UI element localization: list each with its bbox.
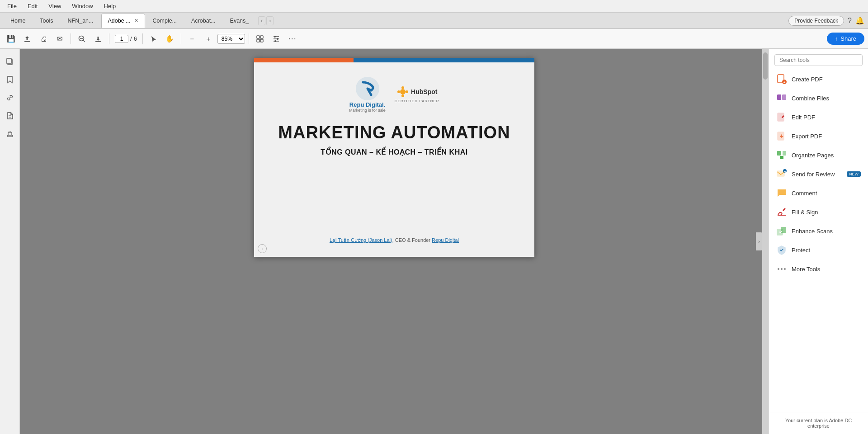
repu-icon (355, 76, 380, 101)
hubspot-logo: HubSpot CERTIFIED PARTNER (395, 85, 439, 103)
tab-next[interactable]: › (266, 16, 274, 25)
tool-edit-pdf[interactable]: Edit PDF (769, 108, 868, 127)
menu-edit[interactable]: Edit (26, 2, 39, 10)
search-tools-input[interactable] (774, 54, 863, 66)
svg-rect-7 (257, 39, 259, 42)
tool-create-pdf[interactable]: + Create PDF (769, 70, 868, 89)
menu-view[interactable]: View (47, 2, 63, 10)
sep-3 (142, 33, 143, 44)
notifications-button[interactable]: 🔔 (855, 16, 864, 25)
repu-logo: Repu Digital. Marketing is for sale (349, 76, 386, 113)
pdf-title: MARKETING AUTOMATION (278, 123, 510, 142)
svg-rect-34 (783, 151, 786, 156)
tool-export-pdf[interactable]: Export PDF (769, 127, 868, 146)
sep-5 (249, 33, 249, 44)
sep-4 (181, 33, 181, 44)
tool-fill-sign-label: Fill & Sign (792, 209, 818, 216)
pdf-page: Repu Digital. Marketing is for sale (254, 58, 534, 257)
page-navigation: / 6 (115, 35, 137, 43)
tool-send-review-label: Send for Review (792, 171, 835, 178)
cursor-tool[interactable] (146, 32, 161, 46)
more-button[interactable]: ··· (285, 32, 300, 46)
sidebar-copy-icon[interactable] (3, 54, 17, 69)
collapse-right-button[interactable]: › (756, 232, 762, 250)
hubspot-certified: CERTIFIED PARTNER (395, 99, 439, 103)
tab-complete[interactable]: Comple... (146, 14, 184, 28)
page-separator: / (130, 35, 132, 42)
svg-text:+: + (783, 80, 786, 85)
tool-send-review[interactable]: N Send for Review NEW (769, 165, 868, 184)
tool-fill-sign[interactable]: Fill & Sign (769, 203, 868, 222)
tab-prev[interactable]: ‹ (258, 16, 265, 25)
zoom-out-button[interactable] (75, 32, 89, 46)
svg-rect-29 (777, 94, 781, 100)
tool-comment[interactable]: Comment (769, 184, 868, 203)
sidebar-bookmark-icon[interactable] (3, 72, 17, 87)
tool-enhance-scans[interactable]: Enhance Scans (769, 222, 868, 241)
svg-point-44 (784, 268, 786, 270)
adjust-button[interactable] (269, 32, 283, 46)
svg-point-24 (397, 90, 400, 93)
fit-page-button[interactable] (253, 32, 267, 46)
tool-combine-files-label: Combine Files (792, 95, 829, 102)
sep-1 (71, 33, 71, 44)
tab-bar-right: Provide Feedback ? 🔔 (788, 16, 864, 26)
tool-organize-pages[interactable]: Organize Pages (769, 146, 868, 165)
svg-rect-4 (95, 41, 101, 42)
tab-evans[interactable]: Evans_ (223, 14, 256, 28)
tab-acrobat[interactable]: Acrobat... (184, 14, 222, 28)
right-panel: + Create PDF Combine Files Edit (769, 49, 868, 434)
sidebar-document-icon[interactable] (3, 108, 17, 123)
save-button[interactable]: 💾 (4, 32, 18, 46)
print-button[interactable]: 🖨 (36, 32, 51, 46)
zoom-in-small[interactable]: + (201, 32, 216, 46)
tab-nfn[interactable]: NFN_an... (61, 14, 100, 28)
svg-point-21 (400, 89, 406, 94)
sidebar-link-icon[interactable] (3, 90, 17, 105)
tool-comment-label: Comment (792, 190, 817, 197)
pdf-logos: Repu Digital. Marketing is for sale (349, 76, 439, 113)
menu-bar: File Edit View Window Help (0, 0, 868, 13)
tool-protect[interactable]: Protect (769, 241, 868, 259)
pdf-author-link[interactable]: Lại Tuấn Cường (Jason Lai) (330, 237, 392, 243)
download-button[interactable] (91, 32, 105, 46)
svg-rect-13 (7, 58, 11, 64)
upload-button[interactable] (20, 32, 34, 46)
document-area: ‹ Repu Digital. (20, 49, 769, 434)
pdf-company-link[interactable]: Repu Digital (432, 237, 459, 243)
svg-point-25 (406, 90, 408, 93)
pdf-top-bar (254, 58, 534, 62)
pdf-watermark: i (258, 244, 267, 253)
repu-brand-text: Repu Digital. (349, 101, 385, 108)
help-button[interactable]: ? (848, 17, 852, 25)
hubspot-brand: HubSpot (411, 88, 437, 95)
sidebar-stamp-icon[interactable] (3, 127, 17, 141)
zoom-out-small[interactable]: − (185, 32, 199, 46)
svg-point-22 (401, 86, 404, 89)
hand-tool[interactable]: ✋ (163, 32, 177, 46)
tab-navigation: ‹ › (258, 16, 274, 25)
document-scrollbar[interactable] (762, 49, 769, 434)
tool-more-tools[interactable]: More Tools (769, 259, 868, 278)
share-button[interactable]: ↑ Share (827, 33, 864, 45)
tool-combine-files[interactable]: Combine Files (769, 89, 868, 108)
tab-adobe[interactable]: Adobe ... ✕ (101, 14, 145, 28)
tool-protect-label: Protect (792, 247, 810, 254)
pdf-content: Repu Digital. Marketing is for sale (254, 62, 534, 257)
menu-window[interactable]: Window (70, 2, 94, 10)
page-input[interactable] (115, 35, 128, 43)
svg-rect-33 (777, 151, 781, 156)
menu-file[interactable]: File (5, 2, 19, 10)
close-tab-adobe[interactable]: ✕ (134, 18, 138, 24)
zoom-select[interactable]: 50% 75% 85% 100% 125% 150% 200% (217, 34, 245, 44)
svg-line-3 (83, 40, 85, 42)
menu-help[interactable]: Help (102, 2, 118, 10)
email-button[interactable]: ✉ (52, 32, 67, 46)
main-layout: ‹ Repu Digital. (0, 49, 868, 434)
tab-home[interactable]: Home (4, 14, 32, 28)
share-icon: ↑ (835, 35, 838, 42)
scroll-thumb[interactable] (763, 52, 768, 80)
tab-tools[interactable]: Tools (33, 14, 60, 28)
provide-feedback-button[interactable]: Provide Feedback (788, 16, 844, 26)
tools-list: + Create PDF Combine Files Edit (769, 70, 868, 278)
